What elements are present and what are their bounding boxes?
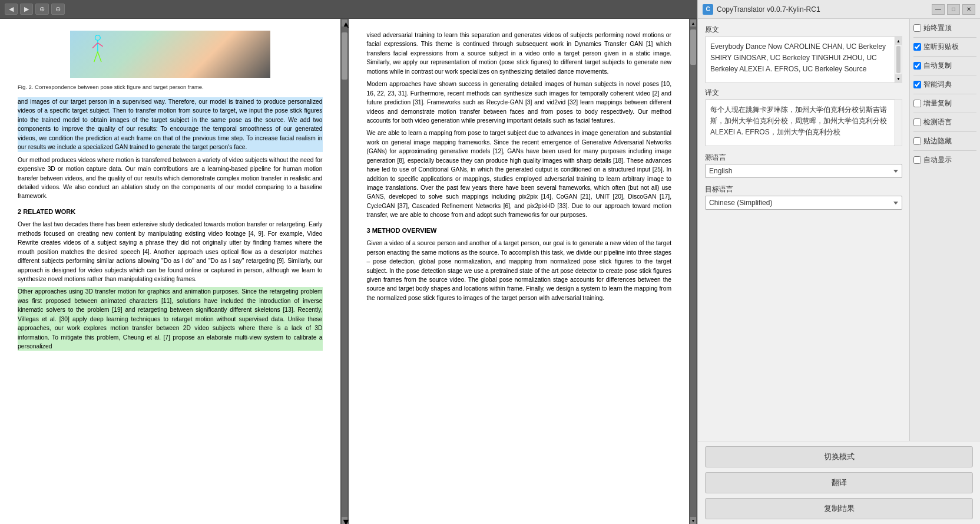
pdf-page[interactable]: Fig. 2. Correspondence between pose stic… xyxy=(0,19,340,524)
checkbox-incremental-copy-input[interactable] xyxy=(913,100,921,107)
checkbox-auto-show-label: 自动显示 xyxy=(923,156,952,164)
divider-2 xyxy=(913,56,976,57)
svg-line-4 xyxy=(94,52,98,62)
pdf-content-area: Fig. 2. Correspondence between pose stic… xyxy=(0,19,697,524)
checkbox-smart-dict-label: 智能词典 xyxy=(923,80,952,89)
checkbox-listen-clipboard-label: 监听剪贴板 xyxy=(923,42,959,51)
target-lang-label: 目标语言 xyxy=(705,185,902,194)
divider-6 xyxy=(913,131,976,132)
para-2: Over the last two decades there has been… xyxy=(18,220,323,284)
translation-section: 译文 每个人现在跳舞卡罗琳陈，加州大学伯克利分校切斯吉诺斯，加州大学伯克利分校，… xyxy=(705,88,902,146)
checkbox-edge-hide[interactable]: 贴边隐藏 xyxy=(913,137,976,146)
translator-body: 原文 Everybody Dance Now CAROLINE CHAN, UC… xyxy=(698,19,980,441)
checkbox-auto-show[interactable]: 自动显示 xyxy=(913,156,976,164)
right-intro-para: vised adversarial training to learn this… xyxy=(367,31,672,76)
checkbox-auto-copy-input[interactable] xyxy=(913,62,921,70)
checkbox-detect-lang[interactable]: 检测语言 xyxy=(913,118,976,127)
right-scroll-arrow-down[interactable]: ▼ xyxy=(690,517,696,524)
right-para-1: Modern approaches have shown success in … xyxy=(367,80,672,125)
right-scroll-arrow-up[interactable]: ▲ xyxy=(690,19,696,27)
checkbox-edge-hide-label: 贴边隐藏 xyxy=(923,137,952,146)
checkbox-auto-copy-label: 自动复制 xyxy=(923,61,952,70)
translate-text-box: 每个人现在跳舞卡罗琳陈，加州大学伯克利分校切斯吉诺斯，加州大学伯克利分校，周慧晖… xyxy=(705,99,895,146)
svg-line-5 xyxy=(98,52,101,62)
divider-5 xyxy=(913,113,976,113)
para-1: Our method produces videos where motion … xyxy=(18,156,323,201)
checkbox-detect-lang-label: 检测语言 xyxy=(923,118,952,127)
divider-3 xyxy=(913,75,976,75)
source-label: 原文 xyxy=(705,25,902,35)
section-3-heading: 3 METHOD OVERVIEW xyxy=(367,226,672,236)
translator-sidebar: 始终置顶 监听剪贴板 自动复制 智能词典 增量复制 xyxy=(909,19,980,441)
pdf-middle-scrollbar[interactable]: ▲ ▼ xyxy=(340,19,349,524)
source-lang-label: 源语言 xyxy=(705,153,902,162)
checkbox-detect-lang-input[interactable] xyxy=(913,118,921,126)
right-para-3: Given a video of a source person and ano… xyxy=(367,239,672,302)
stick-figure-svg xyxy=(88,34,123,75)
section-2-heading: 2 RELATED WORK xyxy=(18,207,323,217)
translation-label: 译文 xyxy=(705,88,902,98)
pdf-right-column[interactable]: vised adversarial training to learn this… xyxy=(349,19,690,524)
figure-caption: Fig. 2. Correspondence between pose stic… xyxy=(18,83,323,91)
checkbox-always-top[interactable]: 始终置顶 xyxy=(913,24,976,32)
right-para-2: We are able to learn a mapping from pose… xyxy=(367,128,672,219)
checkbox-listen-clipboard-input[interactable] xyxy=(913,43,921,51)
divider-1 xyxy=(913,37,976,38)
target-lang-section: 目标语言 Chinese (Simplified) English Japane… xyxy=(705,185,902,210)
checkbox-listen-clipboard[interactable]: 监听剪贴板 xyxy=(913,42,976,51)
scroll-thumb xyxy=(342,32,347,80)
scroll-track xyxy=(342,27,347,517)
pdf-zoom-in-btn[interactable]: ⊕ xyxy=(35,4,49,15)
checkbox-edge-hide-input[interactable] xyxy=(913,137,921,145)
checkbox-auto-copy[interactable]: 自动复制 xyxy=(913,61,976,70)
figure-image xyxy=(70,31,270,78)
switch-mode-btn[interactable]: 切换模式 xyxy=(705,446,973,467)
translator-content: 原文 Everybody Dance Now CAROLINE CHAN, UC… xyxy=(698,19,909,441)
checkbox-smart-dict[interactable]: 智能词典 xyxy=(913,80,976,89)
svg-line-2 xyxy=(92,43,98,48)
scroll-arrow-up[interactable]: ▲ xyxy=(342,19,347,27)
right-scroll-thumb xyxy=(690,29,696,65)
close-btn[interactable]: ✕ xyxy=(962,4,975,15)
source-scroll-down[interactable]: ▼ xyxy=(895,74,902,83)
source-text-box: Everybody Dance Now CAROLINE CHAN, UC Be… xyxy=(705,36,895,83)
source-text: Everybody Dance Now CAROLINE CHAN, UC Be… xyxy=(710,42,886,73)
pdf-zoom-out-btn[interactable]: ⊖ xyxy=(51,4,65,15)
source-section: 原文 Everybody Dance Now CAROLINE CHAN, UC… xyxy=(705,25,902,83)
pdf-back-btn[interactable]: ◀ xyxy=(5,4,18,15)
source-lang-section: 源语言 English Auto Detect Chinese (Simplif… xyxy=(705,153,902,178)
svg-point-0 xyxy=(95,35,100,41)
pdf-panel: ◀ ▶ ⊕ ⊖ xyxy=(0,0,697,524)
source-area: Everybody Dance Now CAROLINE CHAN, UC Be… xyxy=(705,36,902,83)
source-lang-dropdown[interactable]: English Auto Detect Chinese (Simplified)… xyxy=(705,164,902,178)
pdf-forward-btn[interactable]: ▶ xyxy=(20,4,33,15)
maximize-btn[interactable]: □ xyxy=(947,4,960,15)
checkbox-incremental-copy-label: 增量复制 xyxy=(923,99,952,108)
translation-text: 每个人现在跳舞卡罗琳陈，加州大学伯克利分校切斯吉诺斯，加州大学伯克利分校，周慧晖… xyxy=(710,106,887,136)
highlighted-para-1: and images of our target person in a sup… xyxy=(18,97,323,152)
translator-title: CopyTranslator v0.0.7-Kylin-RC1 xyxy=(717,5,928,14)
source-scrollbar[interactable]: ▲ ▼ xyxy=(895,36,902,83)
svg-line-3 xyxy=(98,43,103,47)
source-scroll-thumb xyxy=(896,46,900,73)
translate-btn[interactable]: 翻译 xyxy=(705,472,973,493)
copy-result-btn[interactable]: 复制结果 xyxy=(705,498,973,519)
window-controls: — □ ✕ xyxy=(932,4,975,15)
right-scroll-track xyxy=(690,27,696,517)
scroll-arrow-down[interactable]: ▼ xyxy=(342,517,347,524)
translator-icon: C xyxy=(703,4,713,15)
figure-area: Fig. 2. Correspondence between pose stic… xyxy=(18,31,323,91)
checkbox-smart-dict-input[interactable] xyxy=(913,81,921,88)
minimize-btn[interactable]: — xyxy=(932,4,945,15)
source-scroll-up[interactable]: ▲ xyxy=(895,37,902,45)
translator-titlebar: C CopyTranslator v0.0.7-Kylin-RC1 — □ ✕ xyxy=(698,0,980,19)
target-lang-dropdown[interactable]: Chinese (Simplified) English Japanese Ko… xyxy=(705,196,902,210)
checkbox-auto-show-input[interactable] xyxy=(913,156,921,164)
pdf-right-scrollbar[interactable]: ▲ ▼ xyxy=(689,19,697,524)
checkbox-incremental-copy[interactable]: 增量复制 xyxy=(913,99,976,108)
checkbox-always-top-label: 始终置顶 xyxy=(923,24,952,32)
bottom-buttons: 切换模式 翻译 复制结果 xyxy=(698,441,980,524)
checkbox-always-top-input[interactable] xyxy=(913,24,921,32)
translator-panel: C CopyTranslator v0.0.7-Kylin-RC1 — □ ✕ … xyxy=(697,0,980,524)
translate-scrollbar[interactable] xyxy=(895,99,902,146)
